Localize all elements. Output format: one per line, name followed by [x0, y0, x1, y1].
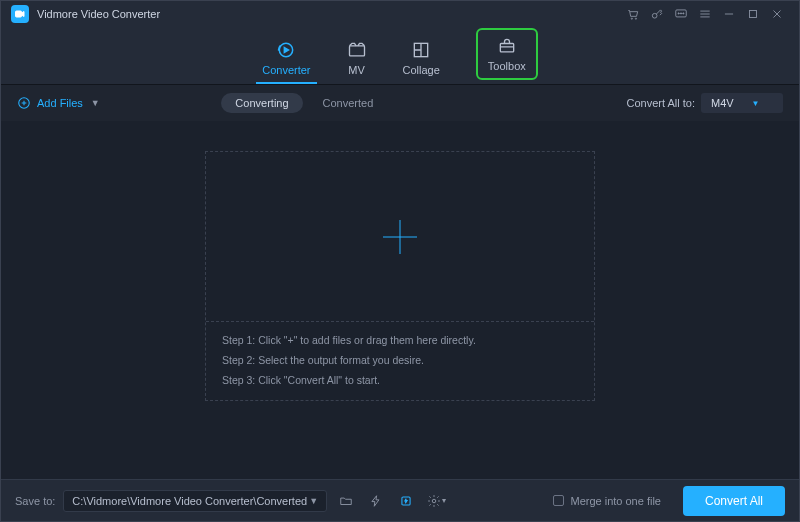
key-icon[interactable]	[645, 2, 669, 26]
tab-label: Converter	[262, 64, 310, 76]
open-folder-button[interactable]	[335, 490, 357, 512]
tab-mv[interactable]: MV	[347, 40, 367, 84]
minimize-button[interactable]	[717, 2, 741, 26]
main-area: Step 1: Click "+" to add files or drag t…	[1, 121, 799, 479]
feedback-icon[interactable]	[669, 2, 693, 26]
convert-all-button[interactable]: Convert All	[683, 486, 785, 516]
tab-label: Collage	[403, 64, 440, 76]
dropzone-add[interactable]	[206, 152, 594, 322]
cart-icon[interactable]	[621, 2, 645, 26]
format-value: M4V	[711, 97, 734, 109]
chevron-down-icon: ▼	[309, 496, 318, 506]
svg-rect-8	[750, 11, 757, 18]
status-tabs: Converting Converted	[221, 93, 383, 113]
svg-rect-12	[500, 44, 513, 52]
tab-toolbox[interactable]: Toolbox	[476, 28, 538, 80]
save-path-value: C:\Vidmore\Vidmore Video Converter\Conve…	[72, 495, 307, 507]
step-text: Step 2: Select the output format you des…	[222, 354, 578, 366]
svg-point-7	[683, 13, 684, 14]
toolbar: Add Files ▼ Converting Converted Convert…	[1, 85, 799, 121]
menu-icon[interactable]	[693, 2, 717, 26]
svg-point-3	[652, 13, 657, 18]
dropzone[interactable]: Step 1: Click "+" to add files or drag t…	[205, 151, 595, 401]
chevron-down-icon: ▼	[91, 98, 100, 108]
plus-icon	[383, 220, 417, 254]
chevron-down-icon: ▼	[752, 99, 760, 108]
svg-rect-10	[349, 46, 364, 56]
save-to-label: Save to:	[15, 495, 55, 507]
title-bar: Vidmore Video Converter	[1, 1, 799, 27]
svg-point-2	[635, 18, 636, 19]
tab-converter[interactable]: Converter	[262, 40, 310, 84]
tab-converting[interactable]: Converting	[221, 93, 302, 113]
footer: Save to: C:\Vidmore\Vidmore Video Conver…	[1, 479, 799, 521]
dropzone-steps: Step 1: Click "+" to add files or drag t…	[206, 322, 594, 400]
add-files-label: Add Files	[37, 97, 83, 109]
tab-collage[interactable]: Collage	[403, 40, 440, 84]
close-button[interactable]	[765, 2, 789, 26]
settings-button[interactable]: ▾	[425, 490, 447, 512]
step-text: Step 3: Click "Convert All" to start.	[222, 374, 578, 386]
app-logo	[11, 5, 29, 23]
svg-rect-0	[16, 11, 22, 17]
checkbox-icon	[553, 495, 564, 506]
tab-label: MV	[348, 64, 365, 76]
convert-all-to-label: Convert All to:	[626, 97, 694, 109]
svg-point-15	[432, 499, 436, 503]
main-nav: Converter MV Collage Toolbox	[1, 27, 799, 85]
hardware-accel-on-button[interactable]	[395, 490, 417, 512]
step-text: Step 1: Click "+" to add files or drag t…	[222, 334, 578, 346]
add-files-button[interactable]: Add Files ▼	[17, 96, 100, 110]
save-path-select[interactable]: C:\Vidmore\Vidmore Video Converter\Conve…	[63, 490, 327, 512]
merge-checkbox[interactable]: Merge into one file	[553, 495, 661, 507]
format-select[interactable]: M4V ▼	[701, 93, 783, 113]
hardware-accel-off-button[interactable]	[365, 490, 387, 512]
maximize-button[interactable]	[741, 2, 765, 26]
app-title: Vidmore Video Converter	[37, 8, 160, 20]
tab-converted[interactable]: Converted	[313, 93, 384, 113]
tab-label: Toolbox	[488, 60, 526, 72]
svg-point-6	[680, 13, 681, 14]
svg-point-1	[631, 18, 632, 19]
svg-point-5	[678, 13, 679, 14]
convert-all-to: Convert All to: M4V ▼	[626, 93, 782, 113]
merge-label: Merge into one file	[570, 495, 661, 507]
